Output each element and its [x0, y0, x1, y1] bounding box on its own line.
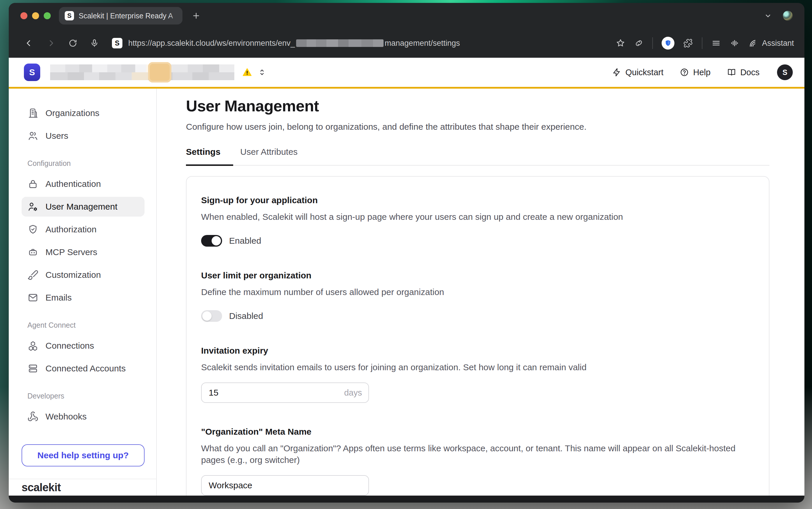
sidebar-item-label: Connected Accounts — [45, 364, 126, 373]
org-meta-name-section: "Organization" Meta Name What do you cal… — [201, 427, 752, 496]
sidebar-item-authentication[interactable]: Authentication — [22, 174, 145, 194]
sidebar-item-users[interactable]: Users — [22, 126, 145, 146]
book-open-icon — [727, 68, 736, 77]
browser-window: S Scalekit | Enterprise Ready A — [9, 3, 804, 503]
org-meta-name-input[interactable] — [201, 475, 369, 496]
user-gear-icon — [27, 201, 38, 212]
sidebar-item-label: Authentication — [45, 179, 101, 189]
url-text: https://app.scalekit.cloud/ws/environmen… — [128, 39, 460, 48]
sidebar-item-label: Organizations — [45, 108, 99, 118]
bookmark-star-icon[interactable] — [615, 38, 626, 48]
workspace-switcher-chevrons-icon[interactable] — [258, 68, 267, 77]
close-window-button[interactable] — [21, 12, 27, 19]
signup-toggle[interactable] — [201, 235, 222, 247]
sidebar-footer: scalekit — [9, 479, 156, 496]
sidebar-item-emails[interactable]: Emails — [22, 288, 145, 308]
sidebar-item-label: Connections — [45, 341, 94, 351]
user-limit-toggle[interactable] — [201, 310, 222, 322]
scalekit-app: S Quickstart — [9, 58, 804, 496]
screen: S Scalekit | Enterprise Ready A — [0, 0, 812, 509]
url-redacted-segment — [296, 39, 384, 47]
window-controls — [21, 12, 51, 19]
help-button[interactable]: Help — [680, 68, 711, 77]
quickstart-button[interactable]: Quickstart — [612, 68, 664, 77]
settings-card: Sign-up for your application When enable… — [186, 176, 770, 496]
workspace-name-redacted[interactable] — [50, 64, 234, 80]
sidebar-item-mcp-servers[interactable]: MCP Servers — [22, 242, 145, 262]
user-limit-section: User limit per organization Define the m… — [201, 271, 752, 322]
tab-title-fade — [167, 7, 182, 25]
signup-section: Sign-up for your application When enable… — [201, 195, 752, 247]
signup-title: Sign-up for your application — [201, 195, 752, 205]
forward-icon[interactable] — [46, 38, 56, 48]
reload-icon[interactable] — [68, 38, 77, 48]
cubes-icon — [27, 340, 38, 351]
sidebar-section-agent-connect: Agent Connect — [27, 321, 145, 330]
lock-icon — [27, 178, 38, 190]
voice-waveform-icon[interactable] — [730, 38, 740, 48]
desktop-wallpaper: S Scalekit | Enterprise Ready A — [0, 0, 812, 509]
need-help-button[interactable]: Need help setting up? — [22, 444, 145, 467]
toolbar-divider — [652, 37, 653, 49]
users-icon — [27, 130, 38, 141]
tab-favicon: S — [65, 11, 74, 21]
new-tab-button[interactable] — [192, 11, 201, 20]
sidebar-item-webhooks[interactable]: Webhooks — [22, 407, 145, 427]
help-circle-icon — [680, 68, 689, 77]
copy-link-icon[interactable] — [634, 38, 643, 48]
sidebar: Organizations Users Configuration Authen… — [9, 89, 157, 496]
invitation-expiry-title: Invitation expiry — [201, 346, 752, 355]
bitwarden-extension-icon[interactable] — [662, 37, 674, 49]
docs-button[interactable]: Docs — [727, 68, 760, 77]
tab-title: Scalekit | Enterprise Ready A — [79, 12, 173, 20]
sidebar-item-label: Customization — [45, 270, 101, 280]
browser-profile-avatar[interactable] — [783, 11, 793, 21]
sidebar-item-connections[interactable]: Connections — [22, 336, 145, 355]
browser-tab[interactable]: S Scalekit | Enterprise Ready A — [59, 7, 182, 25]
back-icon[interactable] — [24, 38, 34, 48]
microphone-icon[interactable] — [90, 38, 99, 48]
org-meta-name-description: What do you call an "Organization"? Apps… — [201, 443, 752, 466]
tab-bar: Settings User Attributes — [186, 147, 770, 166]
scalekit-wordmark: scalekit — [22, 481, 61, 494]
sidebar-item-label: User Management — [45, 202, 117, 212]
browser-urlbar: S https://app.scalekit.cloud/ws/environm… — [9, 29, 804, 58]
zoom-window-button[interactable] — [44, 12, 51, 19]
assistant-label: Assistant — [762, 39, 794, 48]
invitation-expiry-input[interactable] — [201, 382, 369, 403]
tab-user-attributes[interactable]: User Attributes — [240, 147, 297, 165]
reading-list-icon[interactable] — [711, 38, 721, 48]
signup-state-label: Enabled — [229, 236, 261, 246]
mail-icon — [27, 292, 38, 303]
sidebar-section-configuration: Configuration — [27, 159, 145, 168]
address-bar[interactable]: S https://app.scalekit.cloud/ws/environm… — [112, 38, 460, 48]
sidebar-item-customization[interactable]: Customization — [22, 265, 145, 285]
user-limit-state-label: Disabled — [229, 311, 263, 321]
page-subtitle: Configure how users join, belong to orga… — [186, 122, 770, 132]
signup-description: When enabled, Scalekit will host a sign-… — [201, 211, 752, 223]
site-favicon: S — [112, 38, 122, 48]
user-avatar[interactable]: S — [777, 64, 793, 80]
browser-titlebar: S Scalekit | Enterprise Ready A — [9, 3, 804, 29]
workspace-logo[interactable]: S — [24, 64, 40, 81]
user-limit-description: Define the maximum number of users allow… — [201, 286, 752, 298]
sidebar-item-label: MCP Servers — [45, 247, 97, 257]
tab-settings[interactable]: Settings — [186, 147, 233, 166]
sidebar-item-connected-accounts[interactable]: Connected Accounts — [22, 359, 145, 378]
environment-warning-icon — [242, 67, 252, 77]
url-suffix: management/settings — [385, 39, 460, 48]
sidebar-item-authorization[interactable]: Authorization — [22, 219, 145, 239]
chevron-down-icon[interactable] — [764, 11, 772, 20]
extensions-puzzle-icon[interactable] — [683, 38, 693, 48]
invitation-expiry-section: Invitation expiry Scalekit sends invitat… — [201, 346, 752, 403]
app-header: S Quickstart — [9, 58, 804, 89]
sidebar-item-organizations[interactable]: Organizations — [22, 103, 145, 123]
minimize-window-button[interactable] — [32, 12, 39, 19]
building-icon — [27, 108, 38, 118]
lightning-icon — [612, 68, 622, 77]
main-content: User Management Configure how users join… — [157, 89, 804, 496]
assistant-button[interactable]: Assistant — [748, 38, 794, 48]
sidebar-item-user-management[interactable]: User Management — [22, 197, 145, 216]
help-label: Help — [693, 68, 711, 77]
robot-icon — [27, 247, 38, 258]
